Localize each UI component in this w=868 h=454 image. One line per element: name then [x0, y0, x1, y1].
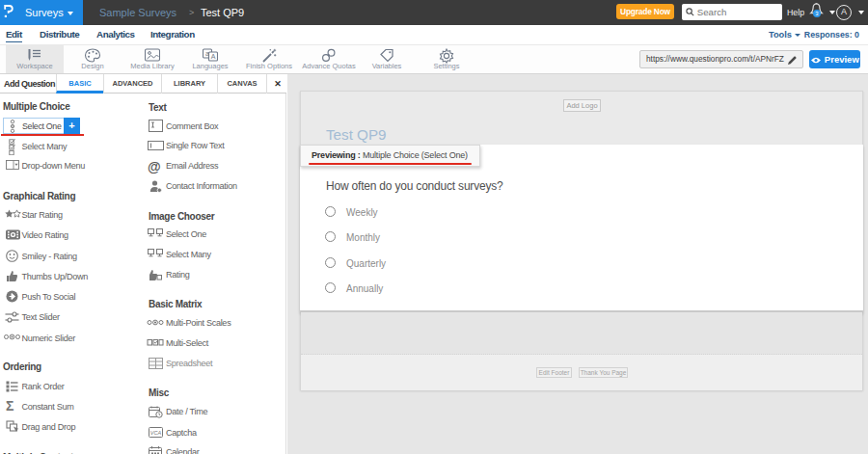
svg-text:A: A [211, 53, 216, 60]
svg-text:VCA: VCA [150, 430, 162, 436]
